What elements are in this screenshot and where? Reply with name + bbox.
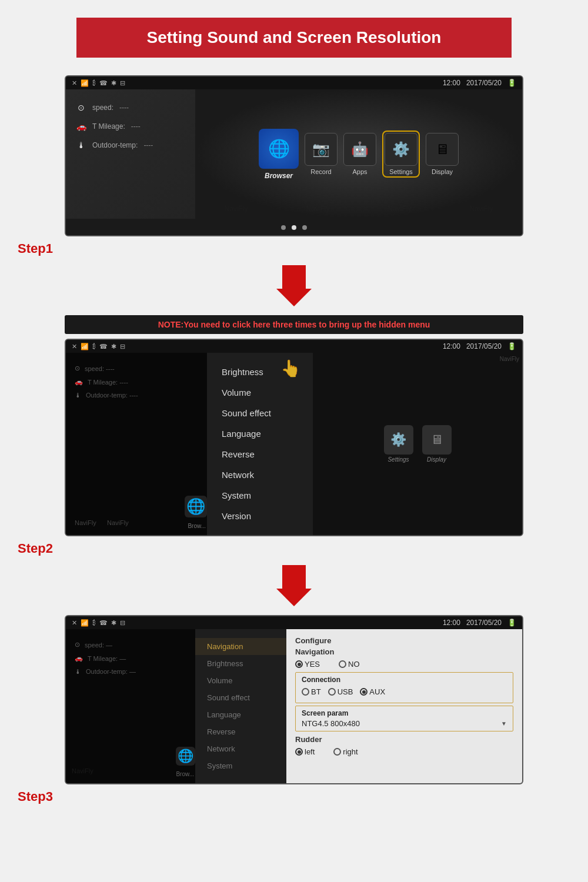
settings-app-icon[interactable]: ⚙️ Settings bbox=[382, 131, 420, 178]
temp-row-2: 🌡 Outdoor-temp: ---- bbox=[75, 392, 138, 399]
car-icon: 🚗 bbox=[75, 120, 88, 133]
no-radio[interactable]: NO bbox=[339, 660, 360, 669]
right-label: right bbox=[343, 747, 358, 756]
watermark: NaviFly NaviFly NaviFly NaviFly bbox=[195, 205, 522, 213]
menu3-reverse[interactable]: Reverse bbox=[195, 723, 286, 740]
note-bar: NOTE:You need to click here three times … bbox=[65, 315, 523, 334]
display-label: Display bbox=[432, 168, 453, 175]
record-app-icon[interactable]: 📷 Record bbox=[305, 133, 338, 175]
display-icon-img: 🖥 bbox=[426, 133, 459, 166]
usb-circle bbox=[328, 688, 336, 696]
pagination bbox=[66, 219, 522, 235]
settings-icon-img: ⚙️ bbox=[385, 133, 417, 166]
topbar2-icons-left: ✕ 📶 ₿ ☎ ✱ ⊟ bbox=[72, 343, 125, 350]
dot-1 bbox=[281, 225, 286, 230]
speed-icon-2: ⊙ bbox=[75, 365, 80, 372]
menu3-language[interactable]: Language bbox=[195, 706, 286, 723]
touch-indicator: 👆 bbox=[280, 359, 301, 378]
topbar-right: 12:00 2017/05/20 🔋 bbox=[443, 79, 516, 87]
browser-icon-img: 🌐 bbox=[259, 129, 299, 169]
bt-radio[interactable]: BT bbox=[302, 687, 321, 696]
temp-icon-3: 🌡 bbox=[75, 668, 81, 675]
no-label: NO bbox=[348, 660, 360, 669]
time-display: 12:00 bbox=[443, 79, 460, 87]
yes-radio[interactable]: YES bbox=[295, 660, 320, 669]
menu-language[interactable]: Language bbox=[207, 423, 313, 444]
screen-param-label: Screen param bbox=[302, 709, 507, 717]
topbar3-icons-left: ✕ 📶 ₿ ☎ ✱ ⊟ bbox=[72, 619, 125, 627]
left-radio[interactable]: left bbox=[295, 747, 315, 756]
connection-label: Connection bbox=[302, 676, 507, 684]
browser-app-icon[interactable]: 🌐 Browser bbox=[259, 129, 299, 180]
menu3-navigation[interactable]: Navigation bbox=[195, 638, 286, 655]
svg-marker-1 bbox=[276, 565, 312, 606]
car-icon-2: 🚗 bbox=[75, 378, 83, 386]
car-icon-3: 🚗 bbox=[75, 654, 83, 662]
mileage-row-2: 🚗 T Mileage: ---- bbox=[75, 378, 138, 386]
menu3-sound-effect[interactable]: Sound effect bbox=[195, 689, 286, 706]
settings-menu: 👆 Brightness Volume Sound effect Languag… bbox=[207, 353, 313, 535]
battery-icon: 🔋 bbox=[507, 79, 516, 87]
navifly-wm-1: NaviFly bbox=[75, 519, 96, 526]
screen-topbar-1: ✕ 📶 ₿ ☎ ✱ ⊟ 12:00 2017/05/20 🔋 bbox=[66, 76, 522, 89]
topbar2-right: 12:00 2017/05/20 🔋 bbox=[443, 342, 516, 350]
menu3-brightness[interactable]: Brightness bbox=[195, 655, 286, 672]
display-dim-icon: 🖥 Display bbox=[422, 425, 452, 463]
dim-info-panel-3: ⊙ speed: — 🚗 T Mileage: — 🌡 Outdoor-temp… bbox=[75, 641, 136, 675]
rudder-label: Rudder bbox=[295, 735, 513, 744]
settings-label: Settings bbox=[389, 168, 413, 175]
menu3-network[interactable]: Network bbox=[195, 740, 286, 757]
usb-radio[interactable]: USB bbox=[328, 687, 353, 696]
brow-label: Brow... bbox=[188, 523, 206, 529]
page-title: Setting Sound and Screen Resolution bbox=[76, 18, 512, 58]
hd-icon-3: ⊟ bbox=[120, 619, 125, 627]
step3-screen-body: ⊙ speed: — 🚗 T Mileage: — 🌡 Outdoor-temp… bbox=[66, 629, 522, 783]
bt-icon: ₿ bbox=[92, 79, 96, 86]
menu3-system[interactable]: System bbox=[195, 757, 286, 774]
screen-param-dropdown[interactable]: NTG4.5 800x480 ▼ bbox=[302, 719, 507, 728]
time-display-3: 12:00 bbox=[443, 619, 460, 627]
hd-icon-2: ⊟ bbox=[120, 343, 125, 350]
screen-topbar-3: ✕ 📶 ₿ ☎ ✱ ⊟ 12:00 2017/05/20 🔋 bbox=[66, 616, 522, 629]
right-radio[interactable]: right bbox=[333, 747, 358, 756]
menu-network[interactable]: Network bbox=[207, 465, 313, 485]
navifly-wm-4: NaviFly bbox=[72, 767, 93, 774]
bluetooth-icon-3: ✱ bbox=[111, 619, 116, 627]
step2-screen: ✕ 📶 ₿ ☎ ✱ ⊟ 12:00 2017/05/20 🔋 ⊙ sp bbox=[65, 339, 523, 536]
mileage-row-3: 🚗 T Mileage: — bbox=[75, 654, 136, 662]
step1-label: Step1 bbox=[18, 241, 576, 256]
phone-icon: ☎ bbox=[99, 79, 108, 87]
apps-app-icon[interactable]: 🤖 Apps bbox=[343, 133, 376, 175]
date-display-2: 2017/05/20 bbox=[466, 342, 502, 350]
speed-label: speed: bbox=[92, 103, 113, 112]
date-display: 2017/05/20 bbox=[466, 79, 502, 87]
step3-block: ✕ 📶 ₿ ☎ ✱ ⊟ 12:00 2017/05/20 🔋 ⊙ sp bbox=[12, 615, 576, 804]
left-circle bbox=[295, 748, 303, 756]
wifi-icon: 📶 bbox=[81, 79, 89, 87]
temp-value: ---- bbox=[143, 141, 153, 149]
temp-row-3: 🌡 Outdoor-temp: — bbox=[75, 668, 136, 675]
display-app-icon[interactable]: 🖥 Display bbox=[426, 133, 459, 175]
speed-row: ⊙ speed: ---- bbox=[75, 101, 186, 114]
aux-radio[interactable]: AUX bbox=[360, 687, 385, 696]
topbar-icons-left: ✕ 📶 ₿ ☎ ✱ ⊟ bbox=[72, 79, 125, 87]
battery-icon-3: 🔋 bbox=[507, 619, 516, 627]
menu-system[interactable]: System bbox=[207, 485, 313, 506]
step2-label: Step2 bbox=[18, 541, 576, 556]
menu-volume[interactable]: Volume bbox=[207, 382, 313, 403]
menu-sound-effect[interactable]: Sound effect bbox=[207, 403, 313, 423]
step1-block: ✕ 📶 ₿ ☎ ✱ ⊟ 12:00 2017/05/20 🔋 ⊙ speed: … bbox=[12, 75, 576, 256]
info-panel: ⊙ speed: ---- 🚗 T Mileage: ---- 🌡 Outdoo… bbox=[66, 89, 195, 219]
menu-version[interactable]: Version bbox=[207, 506, 313, 526]
bt-circle bbox=[302, 688, 309, 696]
navifly-wm-3: NaviFly bbox=[500, 356, 519, 362]
record-label: Record bbox=[310, 168, 331, 175]
aux-label: AUX bbox=[369, 687, 385, 696]
svg-marker-0 bbox=[276, 265, 312, 306]
left-label: left bbox=[305, 747, 315, 756]
menu-reverse[interactable]: Reverse bbox=[207, 444, 313, 465]
browser-dim-icon: 🌐 bbox=[185, 496, 207, 517]
menu3-volume[interactable]: Volume bbox=[195, 672, 286, 689]
speed-row-3: ⊙ speed: — bbox=[75, 641, 136, 649]
browser-dim-icon-3: 🌐 bbox=[176, 747, 195, 766]
